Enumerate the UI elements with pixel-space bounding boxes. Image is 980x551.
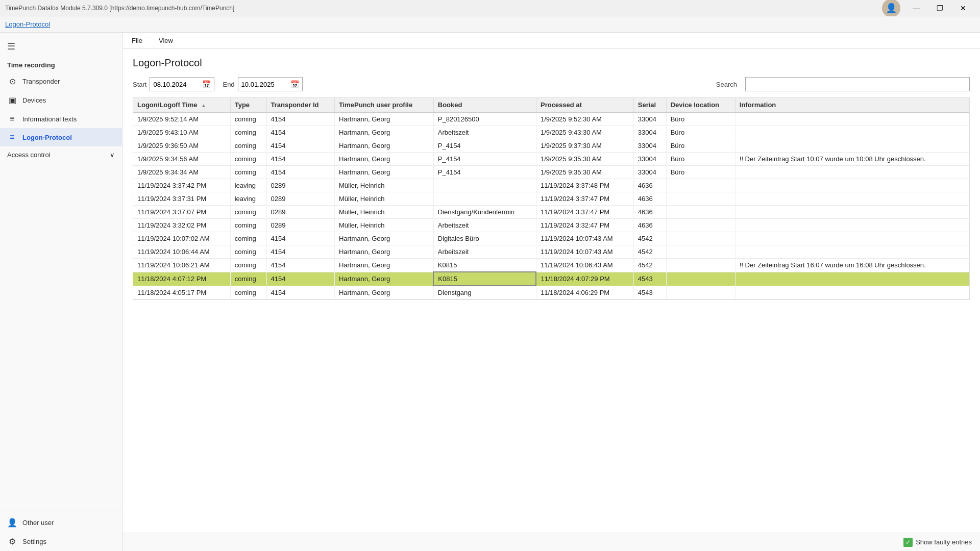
- sidebar-item-transponder[interactable]: ⊙ Transponder: [0, 72, 122, 91]
- table-cell: 11/18/2024 4:05:17 PM: [133, 286, 230, 299]
- table-cell: leaving: [230, 192, 266, 206]
- table-cell: Hartmann, Georg: [334, 286, 433, 299]
- table-cell: [735, 245, 969, 259]
- table-cell: 4636: [633, 192, 666, 206]
- search-label: Search: [716, 81, 737, 88]
- table-cell: 11/19/2024 3:32:02 PM: [133, 219, 230, 232]
- table-row[interactable]: 1/9/2025 9:34:34 AMcoming4154Hartmann, G…: [133, 166, 969, 179]
- minimize-button[interactable]: —: [904, 0, 928, 16]
- table-row[interactable]: 1/9/2025 9:43:10 AMcoming4154Hartmann, G…: [133, 126, 969, 139]
- start-date-input[interactable]: 📅: [150, 77, 214, 91]
- table-row[interactable]: 11/19/2024 10:06:44 AMcoming4154Hartmann…: [133, 245, 969, 259]
- sidebar-item-label-transponder: Transponder: [22, 78, 60, 85]
- table-cell: 11/19/2024 10:07:43 AM: [536, 245, 633, 259]
- col-header-type[interactable]: Type: [230, 98, 266, 112]
- sidebar-group-header-access-control[interactable]: Access control ∨: [0, 146, 122, 163]
- table-cell: Hartmann, Georg: [334, 153, 433, 166]
- menu-view[interactable]: View: [155, 35, 177, 46]
- table-cell: 0289: [266, 219, 334, 232]
- col-header-serial[interactable]: Serial: [633, 98, 666, 112]
- table-row[interactable]: 11/19/2024 3:37:31 PMleaving0289Müller, …: [133, 192, 969, 206]
- avatar: 👤: [882, 0, 900, 17]
- col-header-logon-time[interactable]: Logon/Logoff Time ▲: [133, 98, 230, 112]
- table-cell: [735, 232, 969, 245]
- sidebar-item-informational-texts[interactable]: ≡ Informational texts: [0, 110, 122, 128]
- table-cell: Hartmann, Georg: [334, 232, 433, 245]
- table-cell: [666, 232, 735, 245]
- table-cell: 11/19/2024 10:06:44 AM: [133, 245, 230, 259]
- table-cell: [735, 192, 969, 206]
- table-cell: coming: [230, 166, 266, 179]
- topbar-link[interactable]: Logon-Protocol: [5, 20, 50, 28]
- col-header-processed-at[interactable]: Processed at: [536, 98, 633, 112]
- table-row[interactable]: 11/19/2024 10:06:21 AMcoming4154Hartmann…: [133, 259, 969, 272]
- col-header-user-profile[interactable]: TimePunch user profile: [334, 98, 433, 112]
- table-cell: coming: [230, 272, 266, 286]
- maximize-button[interactable]: ❐: [928, 0, 951, 16]
- table-cell: [735, 126, 969, 139]
- table-cell: coming: [230, 219, 266, 232]
- table-cell: Büro: [666, 126, 735, 139]
- table-row[interactable]: 1/9/2025 9:52:14 AMcoming4154Hartmann, G…: [133, 112, 969, 126]
- table-cell: Hartmann, Georg: [334, 259, 433, 272]
- col-header-device-location[interactable]: Device location: [666, 98, 735, 112]
- table-cell: 4542: [633, 245, 666, 259]
- table-cell: coming: [230, 206, 266, 219]
- table-row[interactable]: 11/19/2024 3:32:02 PMcoming0289Müller, H…: [133, 219, 969, 232]
- sidebar: ☰ Time recording ⊙ Transponder ▣ Devices…: [0, 33, 122, 551]
- menu-file[interactable]: File: [128, 35, 146, 46]
- col-header-booked[interactable]: Booked: [433, 98, 536, 112]
- table-cell: 0289: [266, 206, 334, 219]
- close-button[interactable]: ✕: [951, 0, 975, 16]
- sidebar-item-devices[interactable]: ▣ Devices: [0, 91, 122, 110]
- col-header-transponder-id[interactable]: Transponder Id: [266, 98, 334, 112]
- table-cell: 33004: [633, 166, 666, 179]
- sort-arrow-logon-time: ▲: [201, 103, 206, 108]
- table-row[interactable]: 11/19/2024 10:07:02 AMcoming4154Hartmann…: [133, 232, 969, 245]
- table-cell: [666, 179, 735, 192]
- table-row[interactable]: 1/9/2025 9:36:50 AMcoming4154Hartmann, G…: [133, 139, 969, 153]
- table-cell: 0289: [266, 192, 334, 206]
- table-cell: coming: [230, 126, 266, 139]
- table-row[interactable]: 11/19/2024 3:37:07 PMcoming0289Müller, H…: [133, 206, 969, 219]
- sidebar-item-label-settings: Settings: [22, 538, 46, 545]
- table-cell: [735, 272, 969, 286]
- table-cell: 1/9/2025 9:43:10 AM: [133, 126, 230, 139]
- table-row[interactable]: 11/18/2024 4:05:17 PMcoming4154Hartmann,…: [133, 286, 969, 299]
- col-header-information[interactable]: Information: [735, 98, 969, 112]
- search-input[interactable]: [745, 77, 970, 91]
- table-cell: coming: [230, 286, 266, 299]
- table-row[interactable]: 1/9/2025 9:34:56 AMcoming4154Hartmann, G…: [133, 153, 969, 166]
- table-cell: Arbeitszeit: [433, 126, 536, 139]
- calendar-icon-end[interactable]: 📅: [290, 80, 299, 88]
- table-cell: P_4154: [433, 139, 536, 153]
- end-date-field[interactable]: [241, 81, 287, 88]
- table-cell: 4154: [266, 112, 334, 126]
- table-row[interactable]: 11/19/2024 3:37:42 PMleaving0289Müller, …: [133, 179, 969, 192]
- start-date-field[interactable]: [153, 81, 199, 88]
- table-cell: 11/19/2024 3:37:47 PM: [536, 192, 633, 206]
- table-cell: coming: [230, 153, 266, 166]
- sidebar-item-other-user[interactable]: 👤 Other user: [0, 513, 122, 532]
- table-cell: 4154: [266, 166, 334, 179]
- table-cell: Hartmann, Georg: [334, 272, 433, 286]
- sidebar-item-logon-protocol[interactable]: ≡ Logon-Protocol: [0, 128, 122, 146]
- table-cell: Hartmann, Georg: [334, 166, 433, 179]
- sidebar-item-settings[interactable]: ⚙ Settings: [0, 532, 122, 551]
- table-cell: coming: [230, 232, 266, 245]
- table-cell: P_820126500: [433, 112, 536, 126]
- show-faulty-button[interactable]: Show faulty entries: [903, 538, 972, 547]
- table-cell: 1/9/2025 9:34:34 AM: [133, 166, 230, 179]
- end-date-input[interactable]: 📅: [238, 77, 303, 91]
- table-cell: Arbeitszeit: [433, 219, 536, 232]
- table-cell: 1/9/2025 9:35:30 AM: [536, 166, 633, 179]
- sidebar-menu-icon[interactable]: ☰: [0, 37, 122, 56]
- table-row[interactable]: 11/18/2024 4:07:12 PMcoming4154Hartmann,…: [133, 272, 969, 286]
- table-cell: 4154: [266, 286, 334, 299]
- table-cell: Büro: [666, 112, 735, 126]
- table-cell: [666, 245, 735, 259]
- table-cell: 11/19/2024 3:37:31 PM: [133, 192, 230, 206]
- calendar-icon-start[interactable]: 📅: [202, 80, 211, 88]
- sidebar-bottom: 👤 Other user ⚙ Settings: [0, 511, 122, 551]
- table-cell: coming: [230, 139, 266, 153]
